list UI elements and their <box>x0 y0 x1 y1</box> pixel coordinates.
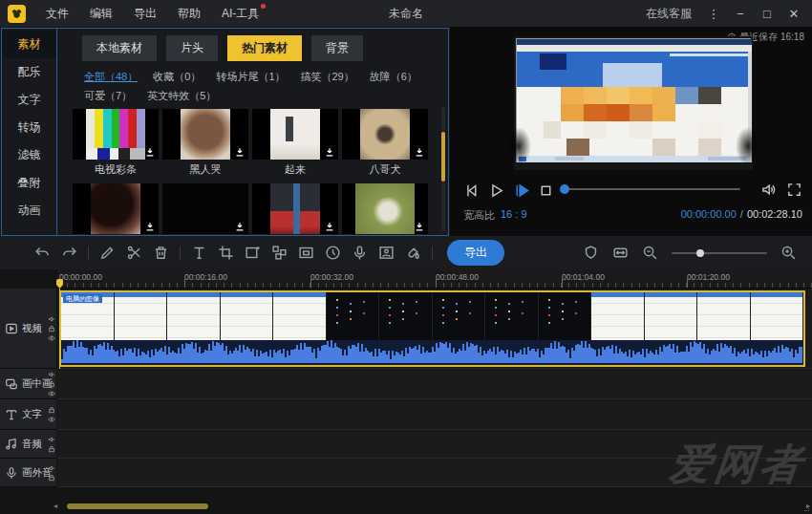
track-mute-icon[interactable] <box>48 371 55 378</box>
maximize-button[interactable]: □ <box>755 3 780 24</box>
download-icon[interactable] <box>145 222 155 231</box>
download-icon[interactable] <box>235 147 245 157</box>
mosaic-icon[interactable] <box>271 245 288 261</box>
track-visibility-icon[interactable] <box>48 334 55 342</box>
track-video-header[interactable]: 视频 <box>0 289 56 369</box>
fit-timeline-icon[interactable] <box>612 245 629 261</box>
track-audio-header[interactable]: 音频 <box>0 430 56 459</box>
download-icon[interactable] <box>415 147 424 157</box>
track-mute-icon[interactable] <box>48 436 55 443</box>
edit-pencil-icon[interactable] <box>99 245 116 261</box>
sidebar-item-media[interactable]: 素材 <box>2 31 56 58</box>
export-button[interactable]: 导出 <box>447 240 504 266</box>
download-icon[interactable] <box>145 147 155 157</box>
sidebar-item-overlay[interactable]: 叠附 <box>2 169 56 197</box>
fullscreen-icon[interactable] <box>786 182 802 198</box>
tab-hot-media[interactable]: 热门素材 <box>227 35 302 61</box>
sidebar-item-animation[interactable]: 动画 <box>2 197 56 225</box>
materials-scrollbar[interactable] <box>441 107 445 231</box>
delete-trash-icon[interactable] <box>153 245 169 261</box>
material-thumbnail[interactable] <box>73 183 159 234</box>
material-item[interactable] <box>73 183 159 235</box>
zoom-out-icon[interactable] <box>642 245 658 261</box>
material-thumbnail[interactable] <box>342 183 428 234</box>
aspect-ratio-label[interactable]: 宽高比 <box>463 208 495 223</box>
sidebar-item-transition[interactable]: 转场 <box>2 114 56 141</box>
play-icon[interactable] <box>488 182 504 199</box>
stop-icon[interactable] <box>538 182 554 199</box>
resize-grip-icon[interactable] <box>802 504 810 512</box>
track-voiceover-header[interactable]: 画外音 <box>0 459 56 487</box>
menu-help[interactable]: 帮助 <box>169 2 209 26</box>
material-thumbnail[interactable] <box>342 109 428 160</box>
record-mic-icon[interactable] <box>352 245 368 261</box>
category-favorites[interactable]: 收藏（0） <box>153 70 201 84</box>
material-thumbnail[interactable] <box>252 183 338 234</box>
menu-file[interactable]: 文件 <box>37 2 77 26</box>
material-item[interactable]: 黑人哭 <box>162 109 248 175</box>
zoom-slider-knob[interactable] <box>696 249 704 257</box>
material-thumbnail[interactable] <box>252 109 338 160</box>
pip-icon[interactable] <box>298 245 314 261</box>
material-thumbnail[interactable] <box>73 109 159 160</box>
scroll-left-arrow[interactable]: ◂ <box>53 503 61 510</box>
sidebar-item-filter[interactable]: 滤镜 <box>2 141 56 169</box>
minimize-button[interactable]: − <box>728 3 753 24</box>
online-support-link[interactable]: 在线客服 <box>638 2 699 26</box>
seek-knob[interactable] <box>560 184 569 194</box>
track-lock-icon[interactable] <box>48 445 55 453</box>
track-visibility-icon[interactable] <box>48 390 55 397</box>
scrollbar-thumb[interactable] <box>67 503 208 509</box>
undo-icon[interactable] <box>34 245 51 261</box>
material-thumbnail[interactable] <box>162 109 248 160</box>
aspect-ratio-value[interactable]: 16 : 9 <box>501 208 527 223</box>
category-all[interactable]: 全部（48） <box>84 70 138 84</box>
track-visibility-icon[interactable] <box>48 416 55 423</box>
track-text-header[interactable]: 文字 <box>0 399 56 430</box>
sidebar-item-text[interactable]: 文字 <box>2 86 56 114</box>
split-scissors-icon[interactable] <box>126 245 142 261</box>
material-thumbnail[interactable] <box>162 183 248 234</box>
menu-export[interactable]: 导出 <box>125 2 165 26</box>
track-lock-icon[interactable] <box>48 474 55 482</box>
tab-local-media[interactable]: 本地素材 <box>82 35 157 61</box>
track-mute-icon[interactable] <box>48 464 55 472</box>
category-cute[interactable]: 可爱（7） <box>84 89 132 103</box>
material-item[interactable]: 电视彩条 <box>73 109 159 175</box>
category-outro[interactable]: 转场片尾（1） <box>216 70 285 84</box>
video-clip[interactable]: 电脑的图像 <box>59 290 805 367</box>
volume-icon[interactable] <box>760 182 777 198</box>
previous-frame-icon[interactable] <box>463 182 480 199</box>
material-item[interactable] <box>162 183 248 235</box>
track-pip-lane[interactable] <box>57 369 812 399</box>
video-preview[interactable] <box>514 36 753 170</box>
track-lock-icon[interactable] <box>48 380 55 388</box>
timeline-ruler[interactable]: 00:00:00.00 00:00:16.00 00:00:32.00 00:0… <box>57 269 812 289</box>
material-item[interactable] <box>342 183 428 235</box>
track-video-lane[interactable]: 电脑的图像 <box>57 289 812 369</box>
material-item[interactable]: 八哥犬 <box>342 109 428 175</box>
download-icon[interactable] <box>325 147 334 157</box>
download-icon[interactable] <box>415 222 424 231</box>
timeline-zoom-slider[interactable] <box>672 252 767 254</box>
app-logo-icon[interactable] <box>8 5 26 23</box>
close-button[interactable]: ✕ <box>781 3 806 24</box>
tab-background[interactable]: 背景 <box>311 35 363 61</box>
sidebar-item-music[interactable]: 配乐 <box>2 58 56 86</box>
timeline-hscrollbar[interactable]: ◂ ▸ <box>53 503 810 510</box>
play-from-start-icon[interactable] <box>513 182 529 199</box>
track-mute-icon[interactable] <box>48 315 55 323</box>
crop-icon[interactable] <box>218 245 234 261</box>
track-text-lane[interactable] <box>57 399 812 430</box>
category-funny[interactable]: 搞笑（29） <box>301 70 354 84</box>
material-item[interactable]: 起来 <box>252 109 338 175</box>
track-lock-icon[interactable] <box>48 325 55 332</box>
material-item[interactable] <box>252 183 338 235</box>
track-lock-icon[interactable] <box>48 406 55 414</box>
seek-slider[interactable] <box>561 188 740 190</box>
track-pip-header[interactable]: 画中画 <box>0 369 56 399</box>
presenter-icon[interactable] <box>378 245 395 261</box>
download-icon[interactable] <box>325 222 334 231</box>
menu-edit[interactable]: 编辑 <box>81 2 121 26</box>
tab-intro[interactable]: 片头 <box>166 35 218 61</box>
